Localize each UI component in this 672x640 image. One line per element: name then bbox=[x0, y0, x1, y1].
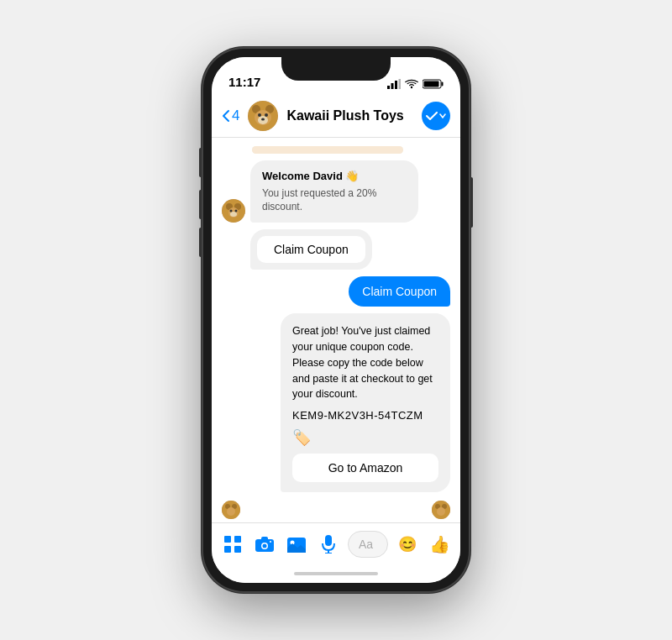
code-card: Great job! You've just claimed your uniq… bbox=[281, 313, 450, 492]
mic-icon-button[interactable] bbox=[316, 532, 341, 557]
back-count: 4 bbox=[232, 108, 239, 124]
header-avatar bbox=[248, 101, 278, 131]
svg-rect-51 bbox=[234, 546, 241, 553]
svg-point-54 bbox=[263, 543, 267, 548]
status-time: 11:17 bbox=[228, 75, 260, 89]
svg-point-37 bbox=[230, 212, 237, 217]
svg-rect-7 bbox=[424, 81, 439, 87]
svg-point-13 bbox=[258, 113, 261, 117]
claim-coupon-bot-row: Claim Coupon bbox=[222, 229, 450, 270]
camera-icon-button[interactable] bbox=[252, 532, 277, 557]
svg-rect-3 bbox=[399, 79, 402, 89]
user-message-bubble: Claim Coupon bbox=[349, 276, 450, 307]
user-message-row: Claim Coupon bbox=[222, 276, 450, 307]
bot-welcome-row: Welcome David 👋 You just requested a 20%… bbox=[222, 160, 450, 223]
bottom-avatar-right bbox=[432, 501, 450, 519]
claim-coupon-button[interactable]: Claim Coupon bbox=[257, 236, 365, 263]
like-icon-button[interactable]: 👍 bbox=[427, 532, 452, 557]
input-bar: Aa 😊 👍 bbox=[212, 522, 460, 564]
message-input[interactable]: Aa bbox=[348, 531, 388, 558]
grid-icon bbox=[223, 535, 242, 553]
svg-rect-50 bbox=[224, 546, 231, 553]
input-placeholder: Aa bbox=[359, 538, 373, 551]
back-button[interactable]: 4 bbox=[222, 108, 239, 124]
svg-point-47 bbox=[437, 507, 445, 516]
svg-point-39 bbox=[235, 210, 238, 212]
svg-point-14 bbox=[265, 113, 268, 117]
battery-icon bbox=[423, 79, 444, 89]
bot-response-text: Great job! You've just claimed your uniq… bbox=[292, 323, 438, 402]
bear-illustration bbox=[273, 153, 382, 155]
svg-rect-1 bbox=[391, 83, 394, 89]
wifi-icon bbox=[405, 79, 418, 89]
svg-point-38 bbox=[230, 210, 233, 212]
signal-icon bbox=[387, 79, 401, 89]
home-bar bbox=[294, 572, 378, 575]
bot-avatar-1 bbox=[222, 199, 245, 223]
back-chevron-icon bbox=[222, 109, 230, 123]
bottom-avatar-right-icon bbox=[432, 501, 450, 519]
photo-icon-button[interactable] bbox=[284, 532, 309, 557]
svg-rect-55 bbox=[261, 537, 268, 541]
product-image bbox=[252, 146, 403, 154]
grid-icon-button[interactable] bbox=[220, 532, 245, 557]
photo-icon bbox=[287, 536, 306, 553]
bot-response-row: Great job! You've just claimed your uniq… bbox=[222, 313, 450, 492]
svg-point-15 bbox=[261, 118, 265, 120]
mic-icon bbox=[322, 535, 335, 553]
claim-coupon-card: Claim Coupon bbox=[250, 229, 372, 270]
avatar-bear-icon bbox=[248, 101, 278, 131]
checkmark-icon bbox=[426, 112, 438, 120]
notch bbox=[281, 57, 391, 81]
coupon-emoji: 🏷️ bbox=[292, 428, 438, 447]
svg-rect-48 bbox=[224, 536, 231, 543]
svg-point-56 bbox=[270, 541, 271, 543]
header-title: Kawaii Plush Toys bbox=[286, 108, 413, 123]
camera-icon bbox=[255, 537, 274, 552]
svg-rect-49 bbox=[234, 536, 241, 543]
welcome-text: Welcome David 👋 bbox=[262, 169, 407, 184]
bottom-avatar-left bbox=[222, 501, 240, 519]
phone-wrapper: 11:17 bbox=[202, 47, 470, 593]
header-action-button[interactable] bbox=[422, 102, 450, 130]
bot-avatar-icon-1 bbox=[222, 199, 245, 223]
product-card bbox=[252, 146, 403, 154]
go-to-amazon-button[interactable]: Go to Amazon bbox=[292, 454, 438, 482]
messenger-header: 4 Kawaii Plush Toys bbox=[212, 94, 460, 138]
status-icons bbox=[387, 79, 444, 89]
bottom-avatar-left-icon bbox=[222, 501, 240, 519]
svg-rect-2 bbox=[395, 81, 397, 89]
svg-rect-59 bbox=[325, 535, 332, 546]
bot-welcome-bubble: Welcome David 👋 You just requested a 20%… bbox=[250, 160, 418, 223]
svg-rect-0 bbox=[387, 86, 390, 89]
chat-area: Welcome David 👋 You just requested a 20%… bbox=[212, 138, 460, 501]
home-indicator bbox=[212, 564, 460, 583]
svg-point-4 bbox=[411, 87, 412, 88]
phone-screen: 11:17 bbox=[212, 57, 460, 583]
svg-point-43 bbox=[227, 507, 235, 516]
bottom-avatars-row bbox=[212, 501, 460, 519]
svg-rect-6 bbox=[442, 82, 444, 87]
chevron-down-icon bbox=[439, 113, 446, 119]
coupon-code: KEM9-MK2V3H-54TCZM bbox=[292, 409, 438, 422]
welcome-sub: You just requested a 20% discount. bbox=[262, 186, 407, 215]
emoji-icon-button[interactable]: 😊 bbox=[395, 532, 420, 557]
